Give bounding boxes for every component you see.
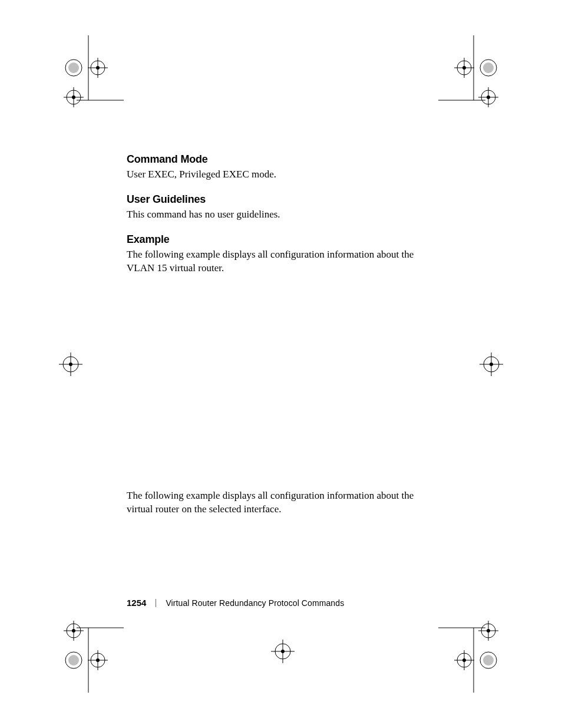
svg-point-32: [91, 653, 105, 667]
svg-point-3: [68, 62, 79, 73]
footer-separator: [156, 599, 156, 607]
svg-point-27: [68, 655, 79, 666]
svg-point-35: [96, 658, 100, 662]
svg-point-19: [462, 66, 466, 70]
crop-mark-bottom-right: [438, 616, 521, 693]
crop-mark-top-left: [41, 35, 124, 112]
svg-point-28: [67, 624, 81, 638]
crop-mark-top-right: [438, 35, 521, 112]
svg-point-51: [69, 363, 72, 366]
svg-point-39: [483, 655, 494, 666]
svg-point-44: [457, 653, 471, 667]
crop-mark-bottom-center: [265, 634, 300, 669]
svg-point-8: [67, 90, 81, 104]
text-command-mode: User EXEC, Privileged EXEC mode.: [127, 168, 433, 182]
heading-command-mode: Command Mode: [127, 153, 433, 166]
heading-user-guidelines: User Guidelines: [127, 193, 433, 206]
page-footer: 1254 Virtual Router Redundancy Protocol …: [127, 598, 344, 608]
svg-point-31: [72, 629, 75, 633]
svg-point-52: [484, 357, 499, 372]
svg-point-2: [65, 60, 82, 76]
crop-mark-mid-right: [474, 347, 509, 382]
svg-point-59: [281, 650, 285, 653]
page-content: Command Mode User EXEC, Privileged EXEC …: [127, 153, 433, 287]
svg-point-26: [65, 652, 82, 668]
svg-point-11: [72, 95, 75, 99]
text-example-2: The following example displays all confi…: [127, 489, 433, 516]
svg-point-40: [481, 624, 495, 638]
svg-point-16: [457, 61, 471, 75]
svg-point-20: [481, 90, 495, 104]
text-user-guidelines: This command has no user guidelines.: [127, 208, 433, 222]
crop-mark-bottom-left: [41, 616, 124, 693]
svg-point-14: [480, 60, 497, 76]
example-second-paragraph: The following example displays all confi…: [127, 489, 433, 528]
heading-example: Example: [127, 233, 433, 246]
svg-point-23: [487, 95, 490, 99]
svg-point-38: [480, 652, 497, 668]
svg-point-56: [275, 644, 290, 659]
svg-point-15: [483, 62, 494, 73]
footer-title: Virtual Router Redundancy Protocol Comma…: [166, 598, 344, 608]
svg-point-43: [487, 629, 490, 633]
page-number: 1254: [127, 598, 146, 608]
svg-point-55: [490, 363, 493, 366]
svg-point-7: [96, 66, 100, 70]
svg-point-47: [462, 658, 466, 662]
crop-mark-mid-left: [53, 347, 88, 382]
text-example-1: The following example displays all confi…: [127, 248, 433, 275]
svg-point-48: [63, 357, 78, 372]
svg-point-4: [91, 61, 105, 75]
